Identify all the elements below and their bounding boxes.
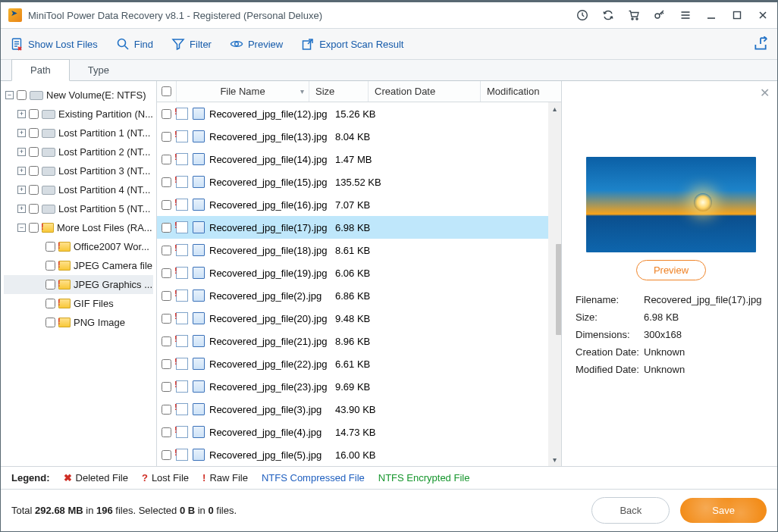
share-icon[interactable] bbox=[753, 36, 768, 52]
tree-partition[interactable]: +Lost Partition 1 (NT... bbox=[4, 124, 153, 142]
filter-button[interactable]: Filter bbox=[171, 37, 212, 51]
jpg-file-icon bbox=[193, 449, 205, 461]
row-checkbox[interactable] bbox=[162, 155, 171, 164]
tree-root[interactable]: − New Volume(E: NTFS) bbox=[4, 86, 153, 105]
tree-checkbox[interactable] bbox=[45, 280, 55, 289]
table-row[interactable]: Recovered_jpg_file(21).jpg8.96 KB bbox=[157, 330, 561, 352]
scroll-down-icon[interactable]: ▾ bbox=[548, 453, 561, 466]
expand-icon[interactable]: + bbox=[17, 205, 26, 213]
collapse-icon[interactable]: − bbox=[5, 91, 14, 99]
table-row[interactable]: Recovered_jpg_file(18).jpg8.61 KB bbox=[157, 239, 561, 261]
table-row[interactable]: Recovered_jpg_file(23).jpg9.69 KB bbox=[157, 375, 561, 398]
show-lost-files-button[interactable]: Show Lost Files bbox=[10, 37, 98, 51]
row-checkbox[interactable] bbox=[162, 132, 171, 142]
table-row[interactable]: Recovered_jpg_file(13).jpg8.04 KB bbox=[157, 125, 561, 148]
menu-icon[interactable] bbox=[679, 9, 692, 21]
table-row[interactable]: Recovered_jpg_file(15).jpg135.52 KB bbox=[157, 171, 561, 193]
tree-subfolder[interactable]: JPEG Graphics ... bbox=[4, 275, 153, 294]
tree-subfolder[interactable]: JPEG Camera file bbox=[4, 256, 153, 275]
expand-icon[interactable]: + bbox=[17, 110, 26, 118]
select-all-checkbox[interactable] bbox=[162, 86, 171, 96]
table-row[interactable]: Recovered_jpg_file(2).jpg6.86 KB bbox=[157, 284, 561, 307]
row-checkbox[interactable] bbox=[162, 246, 171, 255]
find-button[interactable]: Find bbox=[116, 37, 153, 51]
tree-root-checkbox[interactable] bbox=[17, 90, 27, 100]
collapse-icon[interactable]: − bbox=[17, 224, 26, 232]
row-checkbox[interactable] bbox=[162, 109, 171, 119]
vertical-scrollbar[interactable]: ▴ ▾ bbox=[548, 102, 561, 466]
scroll-thumb[interactable] bbox=[556, 244, 562, 335]
tree-subfolder[interactable]: PNG Image bbox=[4, 313, 153, 332]
expand-icon[interactable]: + bbox=[17, 129, 26, 137]
back-button[interactable]: Back bbox=[591, 497, 670, 524]
export-scan-button[interactable]: Export Scan Result bbox=[301, 37, 403, 51]
row-checkbox[interactable] bbox=[162, 291, 171, 301]
tree-partition[interactable]: +Lost Partition 4 (NT... bbox=[4, 180, 153, 199]
tab-type[interactable]: Type bbox=[70, 60, 127, 80]
tree-partition[interactable]: +Lost Partition 3 (NT... bbox=[4, 161, 153, 180]
legend-raw: !Raw File bbox=[202, 472, 248, 483]
tree-checkbox[interactable] bbox=[45, 261, 55, 271]
row-checkbox[interactable] bbox=[162, 336, 171, 346]
table-row[interactable]: Recovered_jpg_file(5).jpg16.00 KB bbox=[157, 443, 561, 466]
header-size[interactable]: Size bbox=[309, 81, 369, 102]
save-button[interactable]: Save bbox=[680, 498, 767, 523]
table-row[interactable]: Recovered_jpg_file(22).jpg6.61 KB bbox=[157, 352, 561, 375]
tree-partition[interactable]: +Lost Partition 5 (NT... bbox=[4, 199, 153, 218]
table-row[interactable]: Recovered_jpg_file(4).jpg14.73 KB bbox=[157, 421, 561, 443]
minimize-icon[interactable] bbox=[704, 9, 718, 21]
table-row[interactable]: Recovered_jpg_file(20).jpg9.48 KB bbox=[157, 307, 561, 330]
tree-partition[interactable]: +Existing Partition (N... bbox=[4, 105, 153, 124]
table-row[interactable]: Recovered_jpg_file(19).jpg6.06 KB bbox=[157, 261, 561, 284]
table-row[interactable]: Recovered_jpg_file(3).jpg43.90 KB bbox=[157, 398, 561, 421]
expand-icon[interactable]: + bbox=[17, 167, 26, 175]
preview-open-button[interactable]: Preview bbox=[636, 260, 706, 280]
table-row[interactable]: Recovered_jpg_file(14).jpg1.47 MB bbox=[157, 148, 561, 171]
row-checkbox[interactable] bbox=[162, 223, 171, 233]
tree-subfolder[interactable]: Office2007 Wor... bbox=[4, 237, 153, 256]
row-checkbox[interactable] bbox=[162, 405, 171, 415]
folder-warn-icon bbox=[58, 242, 71, 252]
header-checkbox-col[interactable] bbox=[157, 81, 177, 102]
preview-button[interactable]: Preview bbox=[230, 37, 283, 51]
tree-more-lost[interactable]: − More Lost Files (RA... bbox=[4, 218, 153, 237]
close-icon[interactable] bbox=[756, 9, 770, 21]
row-checkbox[interactable] bbox=[162, 382, 171, 392]
table-row[interactable]: Recovered_jpg_file(17).jpg6.98 KB bbox=[157, 216, 561, 239]
row-checkbox[interactable] bbox=[162, 268, 171, 278]
row-checkbox[interactable] bbox=[162, 177, 171, 187]
key-icon[interactable] bbox=[653, 9, 667, 21]
tab-path[interactable]: Path bbox=[11, 59, 70, 81]
row-checkbox[interactable] bbox=[162, 427, 171, 437]
tree-checkbox[interactable] bbox=[29, 128, 39, 138]
tree-checkbox[interactable] bbox=[29, 147, 39, 157]
header-creation-date[interactable]: Creation Date bbox=[369, 81, 481, 102]
header-filename[interactable]: File Name bbox=[177, 81, 309, 102]
row-checkbox[interactable] bbox=[162, 200, 171, 210]
refresh-icon[interactable] bbox=[601, 9, 615, 21]
expand-icon[interactable]: + bbox=[17, 148, 26, 156]
tree-checkbox[interactable] bbox=[29, 204, 39, 214]
scroll-up-icon[interactable]: ▴ bbox=[548, 102, 561, 115]
history-icon[interactable] bbox=[576, 9, 589, 21]
tree-checkbox[interactable] bbox=[45, 299, 55, 308]
tree-label: Lost Partition 1 (NT... bbox=[58, 127, 150, 139]
tree-checkbox[interactable] bbox=[45, 318, 55, 327]
tree-checkbox[interactable] bbox=[29, 185, 39, 195]
row-checkbox[interactable] bbox=[162, 314, 171, 324]
row-checkbox[interactable] bbox=[162, 450, 171, 460]
expand-icon[interactable]: + bbox=[17, 186, 26, 194]
close-preview-icon[interactable]: ✕ bbox=[760, 86, 770, 100]
tree-checkbox[interactable] bbox=[45, 242, 55, 252]
tree-checkbox[interactable] bbox=[29, 223, 39, 233]
tree-subfolder[interactable]: GIF Files bbox=[4, 294, 153, 313]
tree-partition[interactable]: +Lost Partition 2 (NT... bbox=[4, 142, 153, 161]
tree-checkbox[interactable] bbox=[29, 109, 39, 119]
header-modification[interactable]: Modification bbox=[481, 81, 561, 102]
maximize-icon[interactable] bbox=[730, 9, 744, 21]
tree-checkbox[interactable] bbox=[29, 166, 39, 176]
cart-icon[interactable] bbox=[627, 9, 641, 21]
table-row[interactable]: Recovered_jpg_file(12).jpg15.26 KB bbox=[157, 102, 561, 125]
row-checkbox[interactable] bbox=[162, 359, 171, 369]
table-row[interactable]: Recovered_jpg_file(16).jpg7.07 KB bbox=[157, 193, 561, 216]
